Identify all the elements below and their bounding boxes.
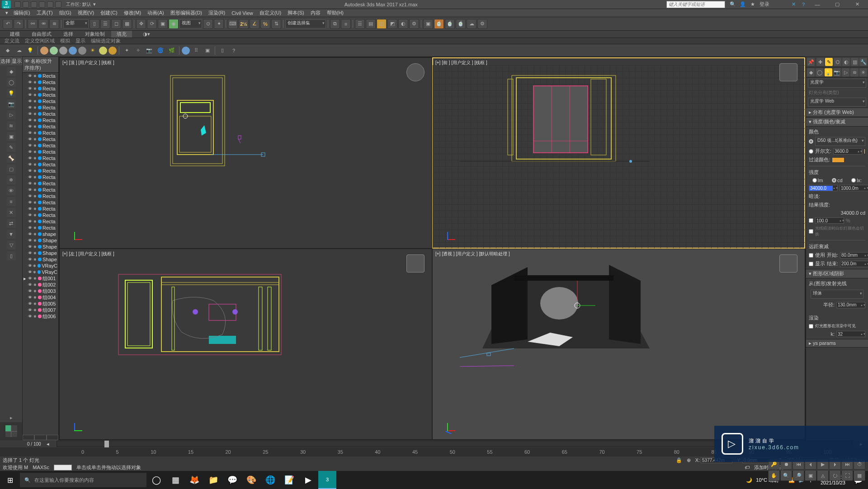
viewcube-persp[interactable] bbox=[779, 254, 797, 273]
scene-explorer-row[interactable]: 👁❄Recta bbox=[23, 73, 58, 79]
cat-shape-icon[interactable]: ◯ bbox=[816, 68, 823, 76]
utilities-tab-icon[interactable]: 🔧 bbox=[859, 58, 867, 66]
menu-maxscript[interactable]: 脚本(S) bbox=[285, 9, 307, 16]
rect-region-button[interactable]: ◻ bbox=[111, 19, 121, 29]
rollout-vray[interactable]: ys params bbox=[806, 339, 868, 348]
orbit-button[interactable]: ⭮ bbox=[829, 470, 841, 481]
spinner-snap-button[interactable]: ⇅ bbox=[271, 19, 281, 29]
scene-explorer-row[interactable]: 👁❄Recta bbox=[23, 117, 58, 123]
filter-group-icon[interactable]: ▣ bbox=[7, 132, 16, 141]
scene-explorer-row[interactable]: 👁❄Recta bbox=[23, 174, 58, 180]
scene-explorer-sort-icon[interactable]: 👁 bbox=[24, 58, 29, 64]
viewport-left[interactable]: [+] [左 ] [用户定义 ] [线框 ] bbox=[60, 249, 432, 439]
motion-tab-icon[interactable]: ◐ bbox=[842, 58, 850, 66]
atten-end-spinner[interactable] bbox=[840, 261, 864, 266]
menu-create[interactable]: 创建(C) bbox=[98, 9, 120, 16]
hierarchy-tab-icon[interactable]: ⌬ bbox=[834, 58, 841, 66]
pan-view-button[interactable]: ✋ bbox=[768, 470, 780, 481]
dim-pct-spinner[interactable] bbox=[816, 218, 839, 223]
close-button[interactable]: ✕ bbox=[848, 0, 866, 9]
start-button[interactable]: ⊞ bbox=[1, 471, 19, 489]
ribbon-tab-populate[interactable]: 填充 bbox=[111, 31, 132, 38]
scene-explorer-row[interactable]: 👁❄Shape bbox=[23, 244, 58, 250]
scene-explorer-row[interactable]: 👁❄Recta bbox=[23, 199, 58, 206]
link-button[interactable]: ⚯ bbox=[28, 19, 38, 29]
filter-shape-icon[interactable]: ◯ bbox=[7, 78, 16, 87]
search-icon[interactable]: 🔍 bbox=[730, 1, 736, 8]
scene-explorer-row[interactable]: 👁❄Recta bbox=[23, 193, 58, 199]
intensity-lx-spinner[interactable] bbox=[840, 186, 863, 191]
modify-tab-icon[interactable]: ✎ bbox=[825, 58, 833, 66]
sphere-4-icon[interactable] bbox=[69, 47, 77, 55]
kelvin-radio[interactable] bbox=[809, 149, 813, 154]
layer-explorer-button[interactable]: ☰ bbox=[355, 19, 365, 29]
sphere-7-icon[interactable] bbox=[108, 47, 117, 55]
sun-icon[interactable]: ☀ bbox=[88, 46, 98, 56]
infocenter-search[interactable] bbox=[666, 1, 725, 8]
toggle-ribbon-button[interactable]: ▤ bbox=[366, 19, 376, 29]
time-slider-knob[interactable] bbox=[104, 441, 109, 448]
viewport-top[interactable]: [+] [顶 ] [用户定义 ] [线框 ] bbox=[60, 58, 432, 248]
scene-explorer-row[interactable]: 👁❄Recta bbox=[23, 98, 58, 104]
scene-explorer-row[interactable]: 👁❄组007 bbox=[23, 307, 58, 313]
window-crossing-button[interactable]: ▦ bbox=[122, 19, 132, 29]
scene-explorer-row[interactable]: 👁❄组003 bbox=[23, 288, 58, 294]
scene-explorer-row[interactable]: 👁❄Recta bbox=[23, 161, 58, 168]
render-setup-button[interactable]: ⚙ bbox=[409, 19, 419, 29]
kelvin-swatch[interactable] bbox=[864, 149, 865, 154]
time-tag-icon[interactable]: 🏷 bbox=[745, 465, 750, 470]
filter-none-icon[interactable]: ✕ bbox=[7, 208, 16, 217]
taskbar-search[interactable]: 🔍 在这里输入你要搜索的内容 bbox=[20, 473, 146, 487]
refcoord-dropdown[interactable]: 视图 bbox=[179, 19, 202, 28]
filter-geom-icon[interactable]: ◆ bbox=[7, 67, 16, 76]
menu-rendering[interactable]: 渲染(R) bbox=[206, 9, 228, 16]
filter-b-icon[interactable]: ▯ bbox=[7, 251, 16, 260]
scene-explorer-row[interactable]: 👁❄Recta bbox=[23, 130, 58, 136]
scene-explorer-row[interactable]: 👁❄组004 bbox=[23, 294, 58, 301]
foliage-icon[interactable]: 🌿 bbox=[167, 46, 177, 56]
scene-explorer-row[interactable]: 👁❄Shape bbox=[23, 250, 58, 256]
unit-cd-radio[interactable] bbox=[832, 178, 836, 183]
menu-modifiers[interactable]: 修改(M) bbox=[121, 9, 144, 16]
sign-in-icon[interactable]: 👤 bbox=[740, 1, 746, 8]
wechat-icon[interactable]: 💬 bbox=[223, 471, 241, 489]
rollout-shape[interactable]: 图形/区域阴影 bbox=[806, 269, 868, 278]
app-menu-icon[interactable]: ▾ bbox=[3, 10, 10, 16]
scene-explorer-row[interactable]: 👁❄Recta bbox=[23, 155, 58, 161]
rotate-button[interactable]: ⟳ bbox=[147, 19, 157, 29]
curve-editor-button[interactable]: ◫ bbox=[377, 19, 387, 29]
viewcube-left[interactable] bbox=[406, 254, 425, 273]
firefox-icon[interactable]: 🦊 bbox=[185, 471, 203, 489]
intensity-cd-spinner[interactable] bbox=[809, 186, 833, 191]
filter-invert-icon[interactable]: ⇄ bbox=[7, 219, 16, 228]
radius-spinner[interactable] bbox=[837, 302, 860, 307]
sphere-6-icon[interactable] bbox=[99, 47, 107, 55]
ribbon-sub-0[interactable]: 定义流 bbox=[3, 38, 21, 44]
left-tab-display[interactable]: 显示 bbox=[11, 57, 23, 65]
timeline-prev-icon[interactable]: ◂ bbox=[41, 441, 55, 447]
save-icon[interactable] bbox=[31, 1, 37, 8]
filter-camera-icon[interactable]: 📷 bbox=[7, 99, 16, 108]
project-icon[interactable] bbox=[55, 1, 61, 8]
lights-icon[interactable]: 💡 bbox=[25, 46, 35, 56]
redo-icon[interactable] bbox=[47, 1, 53, 8]
scene-explorer-row[interactable]: 👁❄Recta bbox=[23, 111, 58, 117]
light-type-dropdown[interactable]: 光度学 bbox=[808, 79, 866, 88]
ribbon-tab-freeform[interactable]: 自由形式 bbox=[26, 31, 57, 38]
ribbon-tab-objectpaint[interactable]: 对象绘制 bbox=[80, 31, 110, 38]
placement-button[interactable]: ◉ bbox=[169, 19, 179, 29]
scene-explorer-row[interactable]: 👁❄shape bbox=[23, 231, 58, 237]
scene-explorer-row[interactable]: 👁❄VRayC bbox=[23, 269, 58, 275]
cat-geom-icon[interactable]: ◆ bbox=[807, 68, 815, 76]
viewport-perspective[interactable]: [+] [透视 ] [用户定义 ] [默认明暗处理 ] bbox=[433, 249, 805, 439]
scene-explorer-row[interactable]: 👁❄Recta bbox=[23, 136, 58, 142]
unit-lm-radio[interactable] bbox=[812, 178, 817, 183]
cat-helper-icon[interactable]: ▷ bbox=[842, 68, 849, 76]
app-logo[interactable]: 3MAX bbox=[2, 0, 11, 9]
ribbon-sub-4[interactable]: 编辑选定对象 bbox=[89, 38, 123, 44]
display-tab-icon[interactable]: ▥ bbox=[851, 58, 859, 66]
helper-1-icon[interactable] bbox=[182, 47, 190, 55]
scene-explorer-row[interactable]: ▸👁❄组001 bbox=[23, 275, 58, 282]
zoom-extents-button[interactable]: ▣ bbox=[805, 470, 816, 481]
kelvin-spinner[interactable] bbox=[834, 149, 857, 154]
